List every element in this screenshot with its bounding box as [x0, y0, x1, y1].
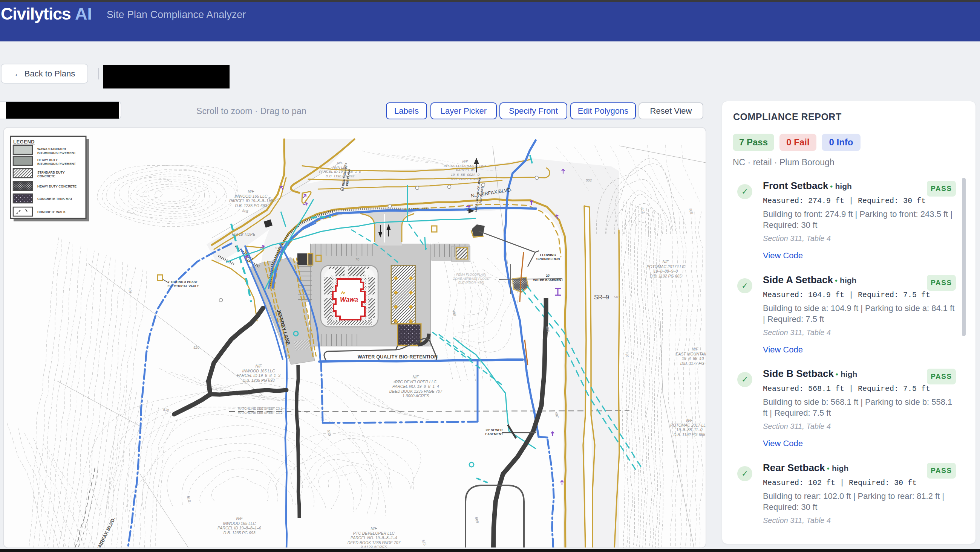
svg-text:N/FINWOOD 165 LLCPARCEL ID 19–: N/FINWOOD 165 LLCPARCEL ID 19–8–8–1–3D.B… [229, 189, 273, 208]
svg-text:WATER QUALITY BIO-RETENTION: WATER QUALITY BIO-RETENTION [358, 354, 438, 360]
svg-text:SR–9: SR–9 [594, 294, 609, 300]
svg-text:501: 501 [614, 295, 620, 299]
svg-text:PIP 18' HDPE: PIP 18' HDPE [232, 232, 255, 236]
svg-text:N/FEAST MOUNTAIN HE19–8–88–10–: N/FEAST MOUNTAIN HE19–8–88–10–0D.B. 1177… [675, 347, 706, 366]
svg-text:509: 509 [393, 379, 400, 384]
svg-text:487: 487 [554, 412, 560, 418]
svg-text:CONCRETE TANK MAT: CONCRETE TANK MAT [37, 197, 73, 201]
svg-text:502: 502 [640, 207, 646, 214]
svg-text:FEMA FLOODPLAINZONE AE (BASE F: FEMA FLOODPLAINZONE AE (BASE FLOODELEVAT… [453, 273, 490, 284]
svg-text:498: 498 [128, 287, 133, 294]
svg-text:N/FPTC DEVELOPER LLCPARCEL NO.: N/FPTC DEVELOPER LLCPARCEL NO. 19–8–8–1–… [389, 374, 443, 398]
svg-text:499: 499 [625, 351, 630, 358]
svg-text:510: 510 [275, 246, 282, 250]
svg-text:510: 510 [327, 430, 332, 436]
svg-text:520: 520 [193, 345, 200, 349]
svg-text:20'WATER EASEMENT: 20'WATER EASEMENT [533, 274, 563, 282]
svg-text:LEGEND: LEGEND [13, 139, 35, 144]
svg-text:HEAVY DUTY CONCRETE: HEAVY DUTY CONCRETE [37, 184, 76, 188]
svg-text:505: 505 [688, 208, 694, 215]
svg-text:FLOWINGSPRINGS RUN: FLOWINGSPRINGS RUN [536, 253, 560, 261]
svg-text:FAIRFAX BLVD.: FAIRFAX BLVD. [95, 516, 116, 548]
svg-text:CONCRETE WALK: CONCRETE WALK [37, 210, 66, 214]
svg-text:Wawa: Wawa [340, 296, 358, 303]
svg-text:502: 502 [586, 178, 592, 182]
svg-text:515: 515 [421, 539, 427, 546]
svg-text:70: 70 [355, 257, 360, 261]
svg-text:505: 505 [242, 209, 249, 214]
svg-text:530: 530 [163, 408, 170, 413]
svg-text:N/FINWOOD 165 LLCPARCEL ID 19–: N/FINWOOD 165 LLCPARCEL ID 19–8–8–1–3D.B… [237, 364, 280, 382]
svg-text:N/FPTC DEVELOPER LLCPARCEL NO.: N/FPTC DEVELOPER LLCPARCEL NO. 19–8–8–1–… [347, 526, 401, 548]
svg-text:510: 510 [186, 495, 192, 503]
svg-text:509: 509 [474, 517, 480, 524]
svg-text:MATCHLINE SEE SHEET C3.1: MATCHLINE SEE SHEET C3.1 [238, 407, 283, 411]
svg-text:N/FPOTOMAC 2017 LLC19–8–88–9–0: N/FPOTOMAC 2017 LLC19–8–88–9–0D.B. 1192 … [646, 259, 685, 278]
svg-text:20' SEWEREASEMENT: 20' SEWEREASEMENT [485, 428, 503, 436]
svg-text:N/FINWOOD 165 LLCPARCEL ID 19–: N/FINWOOD 165 LLCPARCEL ID 19–8–8–1–6D.B… [218, 516, 261, 535]
svg-text:EXISTING 3 PHASEELECTRICAL VAU: EXISTING 3 PHASEELECTRICAL VAULT [167, 280, 199, 288]
svg-text:498: 498 [452, 309, 457, 317]
svg-text:MATCHLINE SEE SHEET C3.2: MATCHLINE SEE SHEET C3.2 [238, 411, 283, 414]
